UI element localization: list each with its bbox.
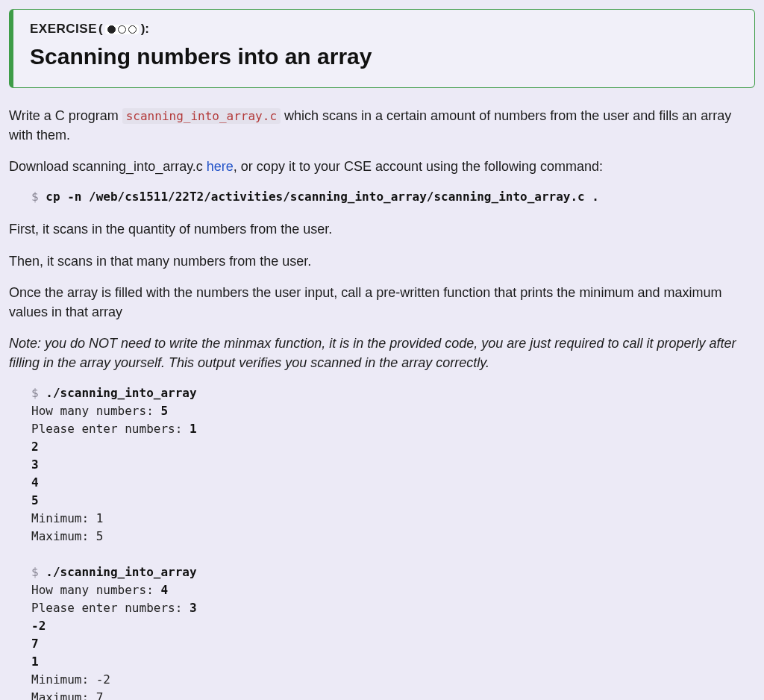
output-line: How many numbers: [31,583,160,597]
step-2: Then, it scans in that many numbers from… [9,251,755,271]
text-segment: , or copy it to your CSE account using t… [234,159,603,174]
exercise-title: Scanning numbers into an array [30,40,738,73]
user-input: 4 [160,583,168,597]
label-close: ): [141,20,149,39]
difficulty-dot-empty-icon [128,25,137,34]
output-line: How many numbers: [31,404,160,418]
sample-run-1: $ ./scanning_into_array How many numbers… [9,384,755,700]
download-paragraph: Download scanning_into_array.c here, or … [9,157,755,176]
text-segment: Write a C program [9,108,122,123]
output-line: Please enter numbers: [31,601,190,615]
user-input: 5 [160,404,168,418]
note-paragraph: Note: you do NOT need to write the minma… [9,334,755,372]
difficulty-dot-empty-icon [118,25,126,34]
user-input: 3 [190,601,197,615]
copy-command-block: $ cp -n /web/cs1511/22T2/activities/scan… [9,188,755,206]
filename-code: scanning_into_array.c [122,108,281,124]
run-command: ./scanning_into_array [46,565,196,579]
exercise-word: EXERCISE [30,20,97,39]
user-input: 5 [31,493,39,507]
user-input: 1 [190,422,197,436]
user-input: 7 [31,637,39,651]
run-command: ./scanning_into_array [46,386,196,400]
user-input: 2 [31,440,39,454]
step-1: First, it scans in the quantity of numbe… [9,219,755,239]
exercise-label-line: EXERCISE ( ): [30,20,738,39]
shell-prompt: $ [31,565,46,579]
exercise-header-box: EXERCISE ( ): Scanning numbers into an a… [9,9,755,88]
difficulty-badge [105,25,139,34]
output-line: Maximum: 5 [31,529,103,543]
text-segment: Download scanning_into_array.c [9,159,207,174]
shell-prompt: $ [31,190,46,204]
difficulty-dot-filled-icon [107,25,116,34]
download-link[interactable]: here [207,159,234,174]
output-line: Please enter numbers: [31,422,190,436]
user-input: -2 [31,619,46,633]
note-text: Note: you do NOT need to write the minma… [9,336,736,370]
output-line: Minimum: 1 [31,511,103,525]
step-3: Once the array is filled with the number… [9,283,755,322]
user-input: 1 [31,654,39,669]
output-line: Minimum: -2 [31,672,110,687]
user-input: 4 [31,475,39,490]
output-line: Maximum: 7 [31,690,103,700]
user-input: 3 [31,457,39,472]
copy-command: cp -n /web/cs1511/22T2/activities/scanni… [46,190,599,204]
shell-prompt: $ [31,386,46,400]
label-open-paren: ( [98,20,103,39]
intro-paragraph-1: Write a C program scanning_into_array.c … [9,106,755,145]
